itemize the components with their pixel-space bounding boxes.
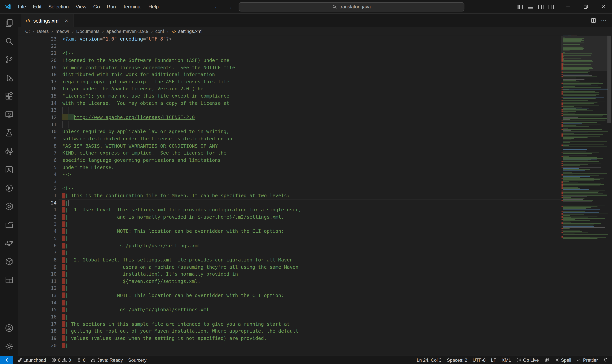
code-line[interactable]: 16 |	[18, 313, 561, 321]
breadcrumb-item[interactable]: conf	[155, 29, 165, 34]
status-eol[interactable]: LF	[488, 356, 499, 364]
split-editor-button[interactable]	[591, 18, 596, 23]
activity-testing[interactable]	[0, 124, 18, 142]
line-number[interactable]: 16	[18, 313, 57, 321]
line-number[interactable]: 11	[18, 121, 57, 128]
code-line[interactable]: 11	[18, 121, 561, 128]
code-line[interactable]: 3 |	[18, 221, 561, 228]
line-number[interactable]: 15	[18, 92, 57, 100]
line-number[interactable]: 22	[18, 43, 57, 50]
line-number[interactable]: 21	[18, 50, 57, 57]
line-number[interactable]: 24	[18, 199, 57, 207]
activity-project-manager[interactable]	[0, 216, 18, 234]
tab-settings-xml[interactable]: settings.xml ×	[21, 14, 74, 27]
activity-live-share[interactable]	[0, 161, 18, 179]
menu-help[interactable]: Help	[145, 0, 162, 13]
status-indentation[interactable]: Spaces: 2	[444, 356, 470, 364]
line-number[interactable]: 2	[18, 185, 57, 192]
code-line[interactable]: 18 | getting the most out of your Maven …	[18, 328, 561, 335]
code-line[interactable]: 13	[18, 107, 561, 114]
line-number[interactable]: 14	[18, 299, 57, 306]
line-number[interactable]: 12	[18, 114, 57, 121]
activity-source-control[interactable]	[0, 51, 18, 69]
status-launchpad[interactable]: Launchpad	[14, 356, 49, 364]
line-number[interactable]: 16	[18, 86, 57, 92]
activity-settings[interactable]	[0, 337, 18, 356]
minimize-button[interactable]	[559, 0, 577, 13]
code-line[interactable]: 20 |	[18, 342, 561, 349]
code-line[interactable]: 16to you under the Apache License, Versi…	[18, 86, 561, 92]
line-number[interactable]: 4	[18, 228, 57, 235]
line-number[interactable]: 13	[18, 107, 57, 114]
minimap[interactable]	[561, 36, 607, 356]
code-line[interactable]: 10Unless required by applicable law or a…	[18, 128, 561, 135]
code-line[interactable]: 2<!--	[18, 185, 561, 192]
line-number[interactable]: 17	[18, 78, 57, 85]
history-forward-button[interactable]: →	[226, 3, 234, 10]
menu-selection[interactable]: Selection	[45, 0, 72, 13]
code-line[interactable]: 5under the License.	[18, 164, 561, 171]
status-ports[interactable]: 0	[74, 356, 88, 364]
breadcrumb-item[interactable]: C:	[25, 29, 31, 34]
status-go-live[interactable]: Go Live	[514, 356, 542, 364]
line-number[interactable]: 3	[18, 178, 57, 185]
code-line[interactable]: 9 | users on a machine (assuming they're…	[18, 264, 561, 271]
code-line[interactable]: 15"License"); you may not use this file …	[18, 92, 561, 100]
activity-run-and-debug[interactable]	[0, 69, 18, 87]
line-number[interactable]: 4	[18, 171, 57, 178]
customize-layout-button[interactable]	[546, 0, 556, 13]
editor-more-actions-button[interactable]: ⋯	[601, 17, 607, 24]
toggle-primary-sidebar-button[interactable]	[515, 0, 525, 13]
status-java-status[interactable]: Java: Ready	[88, 356, 126, 364]
line-number[interactable]: 19	[18, 64, 57, 71]
activity-gradle[interactable]	[0, 234, 18, 252]
line-number[interactable]: 11	[18, 278, 57, 285]
code-line[interactable]: 14with the License. You may obtain a cop…	[18, 100, 561, 107]
code-editor[interactable]: 23<?xml version="1.0" encoding="UTF-8"?>…	[18, 36, 612, 356]
line-number[interactable]: 1	[18, 193, 57, 199]
line-number[interactable]: 9	[18, 135, 57, 143]
code-line[interactable]: 11 | ${maven.conf}/settings.xml.	[18, 278, 561, 285]
status-spell[interactable]: Spell	[552, 356, 574, 364]
code-line[interactable]: 13 | NOTE: This location can be overridd…	[18, 292, 561, 299]
line-number[interactable]: 5	[18, 235, 57, 242]
tab-close-button[interactable]: ×	[63, 18, 69, 24]
toggle-secondary-sidebar-button[interactable]	[535, 0, 546, 13]
activity-search[interactable]	[0, 32, 18, 51]
status-prettier[interactable]: Prettier	[574, 356, 600, 364]
breadcrumb-item[interactable]: Users	[36, 29, 50, 34]
code-line[interactable]: 4-->	[18, 171, 561, 178]
toggle-panel-button[interactable]	[525, 0, 535, 13]
code-line[interactable]: 14 |	[18, 299, 561, 306]
activity-run-circle[interactable]	[0, 179, 18, 197]
activity-accounts[interactable]	[0, 319, 18, 337]
code-line[interactable]: 6specific language governing permissions…	[18, 157, 561, 164]
line-number[interactable]: 7	[18, 150, 57, 157]
code-line[interactable]: 18distributed with this work for additio…	[18, 71, 561, 78]
code-line[interactable]: 22	[18, 43, 561, 50]
line-number[interactable]: 13	[18, 292, 57, 299]
code-line[interactable]: 12 http://www.apache.org/licenses/LICENS…	[18, 114, 561, 121]
activity-kubernetes[interactable]	[0, 197, 18, 216]
line-number[interactable]: 9	[18, 264, 57, 271]
code-line[interactable]: 5 |	[18, 235, 561, 242]
code-line[interactable]: 1 | 1. User Level. This settings.xml fil…	[18, 207, 561, 214]
code-line[interactable]: 17 | The sections in this sample file ar…	[18, 321, 561, 328]
line-number[interactable]: 20	[18, 57, 57, 64]
breadcrumb-item[interactable]: apache-maven-3.9.9	[106, 29, 149, 34]
line-number[interactable]: 8	[18, 143, 57, 150]
menu-file[interactable]: File	[14, 0, 29, 13]
code-line[interactable]: 17regarding copyright ownership. The ASF…	[18, 78, 561, 85]
line-number[interactable]: 23	[18, 36, 57, 43]
code-line-current[interactable]: 24 |	[18, 199, 561, 207]
activity-dependencies[interactable]	[0, 252, 18, 271]
breadcrumb-item[interactable]: meowr	[55, 29, 70, 34]
status-language-mode[interactable]: XML	[499, 356, 514, 364]
code-line[interactable]: 15 | -gs /path/to/global/settings.xml	[18, 306, 561, 313]
line-number[interactable]: 1	[18, 207, 57, 214]
line-number[interactable]: 3	[18, 221, 57, 228]
menu-run[interactable]: Run	[103, 0, 119, 13]
code-line[interactable]: 8"AS IS" BASIS, WITHOUT WARRANTIES OR CO…	[18, 143, 561, 150]
line-number[interactable]: 20	[18, 342, 57, 349]
line-number[interactable]: 6	[18, 157, 57, 164]
